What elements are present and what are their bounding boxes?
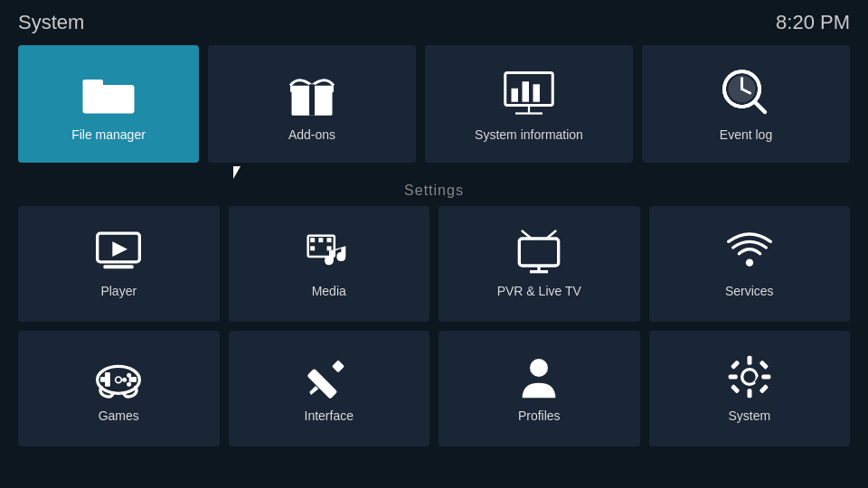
svg-rect-4 (309, 84, 315, 116)
svg-rect-51 (761, 375, 770, 380)
svg-point-46 (530, 359, 548, 377)
svg-rect-37 (105, 380, 110, 387)
top-bar: System 8:20 PM (0, 0, 868, 45)
media-label: Media (312, 284, 346, 298)
tile-profiles[interactable]: Profiles (439, 331, 640, 446)
tile-interface[interactable]: Interface (229, 331, 430, 446)
tile-system-information[interactable]: System information (425, 45, 633, 163)
services-icon (727, 230, 772, 275)
svg-rect-22 (310, 238, 315, 242)
svg-marker-19 (113, 241, 128, 257)
svg-rect-52 (731, 360, 741, 370)
svg-rect-1 (83, 80, 104, 88)
svg-marker-44 (309, 386, 318, 395)
settings-heading: Settings (0, 172, 868, 206)
system-label: System (728, 408, 770, 423)
svg-rect-27 (520, 239, 559, 266)
tile-event-log[interactable]: Event log (642, 45, 850, 163)
svg-point-38 (127, 373, 131, 378)
player-label: Player (100, 284, 137, 298)
system-icon (727, 354, 772, 399)
tile-system[interactable]: System (649, 331, 851, 446)
svg-rect-48 (747, 356, 751, 365)
profiles-label: Profiles (518, 408, 561, 423)
svg-rect-20 (104, 265, 134, 268)
games-icon (96, 354, 141, 399)
svg-rect-0 (83, 85, 135, 114)
svg-point-41 (122, 378, 127, 382)
tile-games[interactable]: Games (18, 331, 220, 446)
profiles-icon (516, 354, 561, 399)
event-log-label: Event log (720, 127, 772, 142)
svg-rect-23 (318, 238, 323, 242)
svg-rect-36 (105, 372, 110, 380)
svg-rect-54 (731, 384, 741, 394)
svg-rect-24 (326, 238, 331, 242)
system-information-label: System information (475, 127, 583, 142)
file-manager-label: File manager (71, 127, 146, 142)
svg-point-32 (746, 259, 753, 267)
tile-services[interactable]: Services (649, 206, 851, 322)
tile-add-ons[interactable]: Add-ons (208, 45, 416, 163)
add-ons-label: Add-ons (288, 127, 335, 142)
tile-file-manager[interactable]: File manager (18, 45, 199, 163)
tile-pvr-live-tv[interactable]: PVR & Live TV (439, 206, 640, 322)
interface-label: Interface (305, 408, 354, 423)
system-info-icon (502, 66, 556, 120)
settings-grid: Player Media PVR & Live TV (0, 206, 868, 446)
pvr-live-tv-label: PVR & Live TV (497, 284, 581, 298)
addons-icon (285, 66, 339, 120)
svg-line-15 (755, 102, 765, 112)
svg-rect-49 (747, 389, 751, 398)
svg-rect-6 (512, 89, 519, 102)
interface-icon (307, 354, 352, 399)
pvr-icon (516, 230, 561, 275)
app-title: System (18, 11, 84, 34)
clock: 8:20 PM (776, 11, 850, 34)
media-icon (307, 230, 352, 275)
svg-rect-45 (332, 360, 344, 372)
services-label: Services (725, 284, 774, 298)
svg-rect-55 (759, 384, 769, 394)
svg-point-39 (131, 378, 136, 382)
svg-rect-8 (533, 84, 541, 102)
event-log-icon (719, 66, 773, 120)
tile-media[interactable]: Media (229, 206, 430, 322)
svg-rect-25 (310, 246, 315, 250)
svg-rect-7 (523, 81, 530, 102)
svg-rect-50 (728, 375, 737, 380)
games-label: Games (99, 408, 139, 423)
player-icon (96, 230, 141, 275)
tile-player[interactable]: Player (18, 206, 220, 322)
svg-rect-53 (759, 360, 769, 370)
folder-icon (81, 66, 136, 120)
svg-point-42 (116, 377, 122, 383)
svg-rect-26 (326, 246, 331, 250)
top-section: File manager Add-ons System in (0, 45, 868, 172)
svg-point-40 (127, 382, 131, 387)
